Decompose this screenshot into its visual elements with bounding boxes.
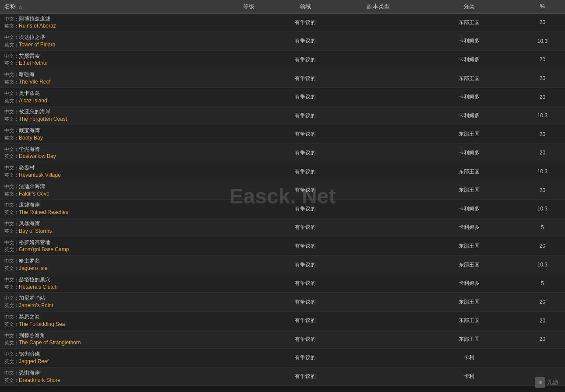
level-cell xyxy=(226,88,271,106)
name-cell: 中文：风暴海湾 英文：Bay of Storms xyxy=(0,218,226,237)
name-cell: 中文：阿博拉兹废墟 英文：Ruins of Aboraz xyxy=(0,13,226,32)
table-row[interactable]: 中文：风暴海湾 英文：Bay of Storms 有争议的卡利姆多5 xyxy=(0,218,565,237)
dungeon-type-cell xyxy=(339,181,418,200)
name-cell: 中文：尘泥海湾 英文：Dustwallow Bay xyxy=(0,144,226,162)
category-cell: 东部王国 xyxy=(418,330,520,349)
name-zh: 中文：赫塔拉的巢穴 xyxy=(4,276,222,284)
name-cell: 中文：废墟海岸 英文：The Ruined Reaches xyxy=(0,200,226,218)
name-zh: 中文：哈主罗岛 xyxy=(4,257,222,265)
data-table: 名称 △ 等级 领域 副本类型 分类 % xyxy=(0,0,565,386)
table-row[interactable]: 中文：法迪尔海湾 英文：Faldir's Cove 有争议的东部王国20 xyxy=(0,181,565,200)
category-cell: 东部王国 xyxy=(418,69,520,88)
percent-cell: 10.3 xyxy=(520,256,565,274)
percent-cell: 20 xyxy=(520,330,565,349)
table-row[interactable]: 中文：格罗姆高营地 英文：Grom'gol Base Camp 有争议的东部王国… xyxy=(0,237,565,256)
name-cell: 中文：荆棘谷海角 英文：The Cape of Stranglethorn xyxy=(0,330,226,349)
category-cell: 东部王国 xyxy=(418,312,520,330)
percent-cell: 10.3 xyxy=(520,200,565,218)
name-en: 英文：Hetaera's Clutch xyxy=(4,284,222,291)
col-header-domain[interactable]: 领域 xyxy=(271,0,339,13)
col-header-category[interactable]: 分类 xyxy=(418,0,520,13)
name-zh: 中文：尘泥海湾 xyxy=(4,146,222,153)
name-zh: 中文：埃达拉之塔 xyxy=(4,34,222,41)
dungeon-type-cell xyxy=(339,13,418,32)
level-cell xyxy=(226,181,271,200)
table-row[interactable]: 中文：废墟海岸 英文：The Ruined Reaches 有争议的卡利姆多10… xyxy=(0,200,565,218)
table-row[interactable]: 中文：哈主罗岛 英文：Jaguero Isle 有争议的东部王国10.3 xyxy=(0,256,565,274)
col-header-dungeon-type[interactable]: 副本类型 xyxy=(339,0,418,13)
col-header-level[interactable]: 等级 xyxy=(226,0,271,13)
category-cell: 卡利姆多 xyxy=(418,274,520,293)
name-zh: 中文：法迪尔海湾 xyxy=(4,183,222,190)
domain-cell: 有争议的 xyxy=(271,125,339,144)
table-row[interactable]: 中文：锯齿暗礁 英文：Jagged Reef 有争议的卡利 xyxy=(0,349,565,368)
name-en: 英文：Faldir's Cove xyxy=(4,190,222,198)
name-cell: 中文：恐惧海岸 英文：Dreadmurk Shore xyxy=(0,367,226,386)
name-zh: 中文：恶齿村 xyxy=(4,164,222,172)
table-row[interactable]: 中文：恶齿村 英文：Revantusk Village 有争议的东部王国10.3 xyxy=(0,162,565,181)
table-row[interactable]: 中文：埃达拉之塔 英文：Tower of Eldara 有争议的卡利姆多10.3 xyxy=(0,32,565,51)
name-zh: 中文：恐惧海岸 xyxy=(4,369,222,377)
table-row[interactable]: 中文：阿博拉兹废墟 英文：Ruins of Aboraz 有争议的东部王国20 xyxy=(0,13,565,32)
table-row[interactable]: 中文：艾瑟雷索 英文：Ethel Rethor 有争议的卡利姆多20 xyxy=(0,50,565,69)
table-row[interactable]: 中文：暗礁海 英文：The Vile Reef 有争议的东部王国20 xyxy=(0,69,565,88)
name-zh: 中文：被遗忘的海岸 xyxy=(4,108,222,116)
percent-cell: 20 xyxy=(520,88,565,106)
dungeon-type-cell xyxy=(339,125,418,144)
level-cell xyxy=(226,237,271,256)
name-en: 英文：Dreadmurk Shore xyxy=(4,377,222,384)
dungeon-type-cell xyxy=(339,32,418,51)
name-cell: 中文：暗礁海 英文：The Vile Reef xyxy=(0,69,226,88)
table-row[interactable]: 中文：加尼罗哨站 英文：Janeiro's Point 有争议的东部王国20 xyxy=(0,293,565,312)
name-en: 英文：Ethel Rethor xyxy=(4,60,222,67)
percent-cell: 20 xyxy=(520,312,565,330)
name-zh: 中文：荆棘谷海角 xyxy=(4,332,222,340)
level-cell xyxy=(226,69,271,88)
level-cell xyxy=(226,200,271,218)
name-en: 英文：Grom'gol Base Camp xyxy=(4,246,222,253)
category-cell: 卡利姆多 xyxy=(418,32,520,51)
table-row[interactable]: 中文：禁忌之海 英文：The Forbidding Sea 有争议的东部王国20 xyxy=(0,312,565,330)
category-cell: 东部王国 xyxy=(418,125,520,144)
logo-icon: ⑨ xyxy=(535,377,545,388)
col-header-percent[interactable]: % xyxy=(520,0,565,13)
domain-cell: 有争议的 xyxy=(271,349,339,368)
name-zh: 中文：锯齿暗礁 xyxy=(4,350,222,358)
category-cell: 东部王国 xyxy=(418,293,520,312)
table-row[interactable]: 中文：恐惧海岸 英文：Dreadmurk Shore 有争议的卡利 xyxy=(0,367,565,386)
dungeon-type-cell xyxy=(339,312,418,330)
level-cell xyxy=(226,274,271,293)
table-row[interactable]: 中文：赫塔拉的巢穴 英文：Hetaera's Clutch 有争议的卡利姆多5 xyxy=(0,274,565,293)
name-en: 英文：Revantusk Village xyxy=(4,172,222,179)
name-cell: 中文：埃达拉之塔 英文：Tower of Eldara xyxy=(0,32,226,51)
logo-text: 九游 xyxy=(547,378,558,386)
name-zh: 中文：废墟海岸 xyxy=(4,201,222,209)
table-row[interactable]: 中文：尘泥海湾 英文：Dustwallow Bay 有争议的卡利姆多20 xyxy=(0,144,565,162)
level-cell xyxy=(226,144,271,162)
domain-cell: 有争议的 xyxy=(271,274,339,293)
table-row[interactable]: 中文：奥卡兹岛 英文：Alcaz Island 有争议的卡利姆多20 xyxy=(0,88,565,106)
domain-cell: 有争议的 xyxy=(271,106,339,125)
level-cell xyxy=(226,367,271,386)
table-row[interactable]: 中文：荆棘谷海角 英文：The Cape of Stranglethorn 有争… xyxy=(0,330,565,349)
dungeon-type-cell xyxy=(339,237,418,256)
level-cell xyxy=(226,349,271,368)
name-en: 英文：Booty Bay xyxy=(4,134,222,142)
level-cell xyxy=(226,32,271,51)
category-cell: 卡利姆多 xyxy=(418,218,520,237)
percent-cell: 20 xyxy=(520,237,565,256)
table-row[interactable]: 中文：被遗忘的海岸 英文：The Forgotten Coast 有争议的卡利姆… xyxy=(0,106,565,125)
dungeon-type-cell xyxy=(339,218,418,237)
dungeon-type-cell xyxy=(339,349,418,368)
table-row[interactable]: 中文：藏宝海湾 英文：Booty Bay 有争议的东部王国20 xyxy=(0,125,565,144)
sort-arrow-icon: △ xyxy=(19,4,22,9)
name-zh: 中文：阿博拉兹废墟 xyxy=(4,15,222,23)
percent-cell: 20 xyxy=(520,13,565,32)
name-en: 英文：The Cape of Stranglethorn xyxy=(4,339,222,346)
name-en: 英文：Bay of Storms xyxy=(4,228,222,235)
col-header-name[interactable]: 名称 △ xyxy=(0,0,226,13)
name-en: 英文：The Forbidding Sea xyxy=(4,321,222,328)
name-en: 英文：The Forgotten Coast xyxy=(4,116,222,123)
level-cell xyxy=(226,13,271,32)
level-cell xyxy=(226,125,271,144)
